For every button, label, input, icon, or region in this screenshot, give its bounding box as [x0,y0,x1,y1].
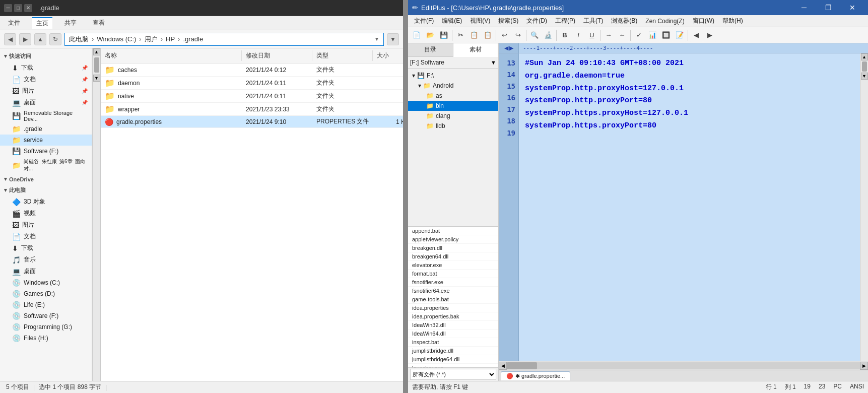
nav-service[interactable]: 📁 service [0,135,92,146]
toolbar-cut[interactable]: ✂ [454,29,467,42]
panel-separator[interactable] [403,0,407,393]
nav-desktop[interactable]: 💻 桌面 📌 [0,97,92,108]
table-row[interactable]: 📁caches 2021/1/24 0:12 文件夹 [101,63,403,77]
nav-files[interactable]: 💿 Files (H:) [0,333,92,344]
list-item[interactable]: inspect.bat [408,338,498,347]
menu-file[interactable]: 文件(F) [410,16,438,26]
list-item[interactable]: fsnotifier64.exe [408,287,498,295]
up-button[interactable]: ▲ [34,33,46,45]
ep-close-button[interactable]: ✕ [841,1,864,15]
nav-docs[interactable]: 📄 文档 📌 [0,74,92,85]
ribbon-tab-file[interactable]: 文件 [4,18,24,28]
menu-project[interactable]: 工程(P) [551,16,579,26]
toolbar-find[interactable]: 🔍 [528,29,541,42]
back-button[interactable]: ◀ [4,33,16,45]
ep-tree-clang[interactable]: 📁 clang [408,111,498,121]
toolbar-paste[interactable]: 📋 [481,29,494,42]
address-box[interactable]: 此电脑 › Windows (C:) › 用户 › HP › .gradle ▼ [64,33,384,46]
toolbar-findreplace[interactable]: 🔬 [542,29,555,42]
list-item[interactable]: breakgen.dll [408,244,498,252]
nav-desk2[interactable]: 💻 桌面 [0,266,92,277]
refresh-button[interactable]: ↻ [49,33,61,45]
menu-window[interactable]: 窗口(W) [689,16,718,26]
toolbar-bold[interactable]: B [558,29,571,42]
nav-life[interactable]: 💿 Life (E:) [0,299,92,310]
ribbon-tab-home[interactable]: 主页 [32,17,52,29]
toolbar-new[interactable]: 📄 [410,29,423,42]
ep-drive-dropdown[interactable]: ▼ [491,59,496,66]
list-item[interactable]: IdeaWin64.dll [408,330,498,338]
col-header-type[interactable]: 类型 [312,50,373,61]
menu-help[interactable]: 帮助(H) [718,16,747,26]
ribbon-tab-view[interactable]: 查看 [89,18,109,28]
list-item[interactable]: idea.properties [408,304,498,312]
toolbar-save[interactable]: 💾 [437,29,450,42]
ep-restore-button[interactable]: ❐ [817,1,840,15]
list-item[interactable]: game-tools.bat [408,295,498,304]
menu-search[interactable]: 搜索(S) [494,16,522,26]
table-row[interactable]: 📁native 2021/1/24 0:11 文件夹 [101,90,403,103]
ep-tree-lldb[interactable]: 📁 lldb [408,121,498,131]
list-item[interactable]: jumplistbridge.dll [408,347,498,355]
toolbar-check[interactable]: ✓ [632,29,645,42]
toolbar-next[interactable]: ▶ [703,29,716,42]
menu-file2[interactable]: 文件(D) [522,16,551,26]
table-row[interactable]: 📁wrapper 2021/1/23 23:33 文件夹 [101,103,403,116]
close-icon[interactable]: ✕ [24,4,32,12]
ep-hscroll-left[interactable]: ◀ [499,362,507,370]
list-item[interactable]: launcher.exe [408,364,498,367]
toolbar-box[interactable]: 🔲 [659,29,673,42]
nav-pictures[interactable]: 🖼 图片 📌 [0,85,92,97]
list-item[interactable]: appletviewer.policy [408,235,498,244]
ep-tree-android[interactable]: ▾ 📁 Android [408,81,498,91]
nav-video[interactable]: 🎬 视频 [0,208,92,219]
list-item[interactable]: jumplistbridge64.dll [408,355,498,364]
nav-dl2[interactable]: ⬇ 下载 [0,242,92,254]
menu-zen[interactable]: Zen Coding(Z) [641,17,688,26]
menu-browser[interactable]: 浏览器(B) [607,16,641,26]
list-item[interactable]: idea.properties.bak [408,312,498,321]
max-icon[interactable]: □ [14,4,22,12]
toolbar-indent[interactable]: → [602,29,615,42]
nav-software-f[interactable]: 💾 Software (F:) [0,146,92,157]
nav-gradle[interactable]: 📁 .gradle [0,123,92,135]
nav-removable[interactable]: 💾 Removable Storage Dev... [0,108,92,123]
toolbar-underline[interactable]: U [585,29,598,42]
ep-nav-left[interactable]: ◀ [504,45,508,51]
toolbar-undo[interactable]: ↩ [498,29,511,42]
list-item[interactable]: breakgen64.dll [408,252,498,261]
thispc-header[interactable]: ▾ 此电脑 [0,184,92,196]
col-header-name[interactable]: 名称 [101,50,242,61]
nav-soft-f[interactable]: 💿 Software (F:) [0,310,92,321]
toolbar-table[interactable]: 📊 [646,29,659,42]
min-icon[interactable]: ─ [4,4,12,12]
col-header-size[interactable]: 大小 [373,50,403,61]
toolbar-copy[interactable]: 📋 [468,29,481,42]
ep-tab-directory[interactable]: 目录 [408,43,453,56]
list-item[interactable]: IdeaWin32.dll [408,321,498,330]
nav-shanguigu[interactable]: 📁 尚硅谷_朱红康_第6章_面向对... [0,157,92,174]
toolbar-italic[interactable]: I [572,29,585,42]
table-row[interactable]: 📁daemon 2021/1/24 0:11 文件夹 [101,77,403,90]
ep-minimize-button[interactable]: ─ [792,1,816,15]
ep-tree-as[interactable]: 📁 as [408,91,498,101]
nav-games[interactable]: 💿 Games (D:) [0,288,92,299]
ep-scroll-down[interactable]: ▼ [861,73,868,80]
nav-docs2[interactable]: 📄 文档 [0,231,92,242]
ep-tab-material[interactable]: 素材 [453,43,499,57]
toolbar-redo[interactable]: ↪ [511,29,524,42]
ribbon-tab-share[interactable]: 共享 [60,18,81,28]
table-row[interactable]: 🔴gradle.properties 2021/1/24 9:10 PROPER… [101,116,403,128]
scroll-down-arrow[interactable]: ▼ [93,75,100,82]
menu-view[interactable]: 视图(V) [466,16,494,26]
menu-tools[interactable]: 工具(T) [579,16,607,26]
quick-access-header[interactable]: ▾ 快速访问 [0,50,92,62]
nav-pics[interactable]: 🖼 图片 [0,219,92,231]
ep-filter-select[interactable]: 所有文件 (*.*) [410,369,496,380]
forward-button[interactable]: ▶ [19,33,31,45]
ep-tree-bin[interactable]: 📁 bin [408,101,498,111]
ep-tab-gradle[interactable]: 🔴 ✱ gradle.propertie... [501,371,570,380]
toolbar-prev[interactable]: ◀ [690,29,703,42]
toolbar-note[interactable]: 📝 [673,29,686,42]
toolbar-outdent[interactable]: ← [616,29,629,42]
